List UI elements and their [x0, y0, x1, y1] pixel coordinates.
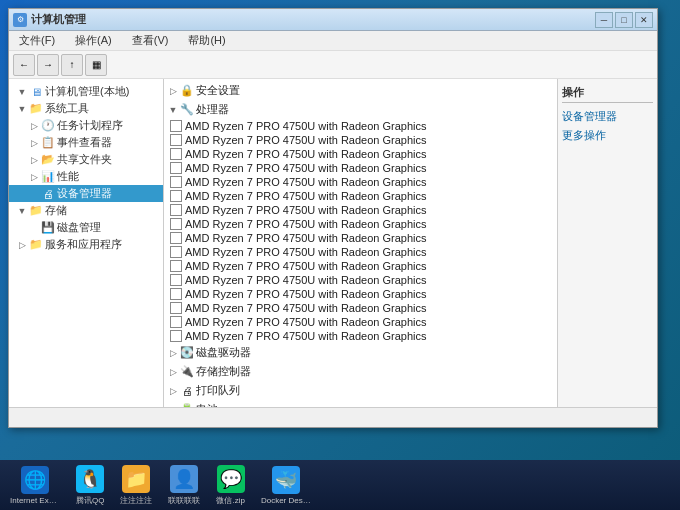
battery-header[interactable]: ▷ 🔋 电池 [164, 400, 557, 407]
processor-expand-icon: ▼ [168, 105, 178, 115]
tree-device-manager[interactable]: 🖨 设备管理器 [9, 185, 163, 202]
proc-label-7: AMD Ryzen 7 PRO 4750U with Radeon Graphi… [185, 218, 427, 230]
processor-icon: 🔧 [180, 103, 194, 117]
proc-checkbox-5 [170, 190, 182, 202]
tree-performance[interactable]: ▷ 📊 性能 [9, 168, 163, 185]
system-tools-label: 系统工具 [45, 101, 89, 116]
ie-label: Internet Explorer [10, 496, 60, 505]
folder-tb-icon: 📁 [122, 465, 150, 493]
security-expand-icon: ▷ [168, 86, 178, 96]
taskbar-ie[interactable]: 🌐 Internet Explorer [4, 464, 66, 507]
storage-ctrl-header[interactable]: ▷ 🔌 存储控制器 [164, 362, 557, 381]
tree-task-scheduler[interactable]: ▷ 🕐 任务计划程序 [9, 117, 163, 134]
proc-item-2[interactable]: AMD Ryzen 7 PRO 4750U with Radeon Graphi… [164, 147, 557, 161]
proc-checkbox-0 [170, 120, 182, 132]
menu-action[interactable]: 操作(A) [69, 31, 118, 50]
storage-label: 存储 [45, 203, 67, 218]
proc-label-10: AMD Ryzen 7 PRO 4750U with Radeon Graphi… [185, 260, 427, 272]
taskbar-docker[interactable]: 🐳 Docker Desktop [255, 464, 317, 507]
computer-management-window: ⚙ 计算机管理 ─ □ ✕ 文件(F) 操作(A) 查看(V) 帮助(H) ← … [8, 8, 658, 428]
taskbar-user[interactable]: 👤 联联联联 [162, 463, 206, 508]
tree-system-tools[interactable]: ▼ 📁 系统工具 [9, 100, 163, 117]
proc-item-8[interactable]: AMD Ryzen 7 PRO 4750U with Radeon Graphi… [164, 231, 557, 245]
back-button[interactable]: ← [13, 54, 35, 76]
performance-icon: 📊 [41, 170, 55, 184]
docker-icon: 🐳 [272, 466, 300, 494]
disk-icon: 💾 [41, 221, 55, 235]
menu-file[interactable]: 文件(F) [13, 31, 61, 50]
security-settings-header[interactable]: ▷ 🔒 安全设置 [164, 81, 557, 100]
shared-folders-label: 共享文件夹 [57, 152, 112, 167]
tree-storage[interactable]: ▼ 📁 存储 [9, 202, 163, 219]
tree-disk-management[interactable]: 💾 磁盘管理 [9, 219, 163, 236]
proc-label-14: AMD Ryzen 7 PRO 4750U with Radeon Graphi… [185, 316, 427, 328]
print-queue-label: 打印队列 [196, 383, 240, 398]
proc-item-1[interactable]: AMD Ryzen 7 PRO 4750U with Radeon Graphi… [164, 133, 557, 147]
proc-checkbox-7 [170, 218, 182, 230]
minimize-button[interactable]: ─ [595, 12, 613, 28]
proc-item-13[interactable]: AMD Ryzen 7 PRO 4750U with Radeon Graphi… [164, 301, 557, 315]
left-panel: ▼ 🖥 计算机管理(本地) ▼ 📁 系统工具 ▷ 🕐 任务计划程序 ▷ 📋 [9, 79, 164, 407]
folder-icon-2: 📂 [41, 153, 55, 167]
tree-root[interactable]: ▼ 🖥 计算机管理(本地) [9, 83, 163, 100]
action-device-manager[interactable]: 设备管理器 [562, 107, 653, 126]
proc-item-15[interactable]: AMD Ryzen 7 PRO 4750U with Radeon Graphi… [164, 329, 557, 343]
device-manager-label: 设备管理器 [57, 186, 112, 201]
print-queue-header[interactable]: ▷ 🖨 打印队列 [164, 381, 557, 400]
proc-item-11[interactable]: AMD Ryzen 7 PRO 4750U with Radeon Graphi… [164, 273, 557, 287]
forward-button[interactable]: → [37, 54, 59, 76]
proc-item-12[interactable]: AMD Ryzen 7 PRO 4750U with Radeon Graphi… [164, 287, 557, 301]
proc-item-0[interactable]: AMD Ryzen 7 PRO 4750U with Radeon Graphi… [164, 119, 557, 133]
action-more[interactable]: 更多操作 [562, 126, 653, 145]
proc-label-3: AMD Ryzen 7 PRO 4750U with Radeon Graphi… [185, 162, 427, 174]
proc-item-7[interactable]: AMD Ryzen 7 PRO 4750U with Radeon Graphi… [164, 217, 557, 231]
menu-view[interactable]: 查看(V) [126, 31, 175, 50]
taskbar-qq[interactable]: 🐧 腾讯QQ [70, 463, 110, 508]
proc-checkbox-11 [170, 274, 182, 286]
qq-label: 腾讯QQ [76, 495, 104, 506]
tree-event-viewer[interactable]: ▷ 📋 事件查看器 [9, 134, 163, 151]
proc-checkbox-6 [170, 204, 182, 216]
expand-icon-4: ▷ [29, 138, 39, 148]
proc-item-3[interactable]: AMD Ryzen 7 PRO 4750U with Radeon Graphi… [164, 161, 557, 175]
disk-driver-header[interactable]: ▷ 💽 磁盘驱动器 [164, 343, 557, 362]
storage-ctrl-icon: 🔌 [180, 365, 194, 379]
expand-icon-10: ▷ [17, 240, 27, 250]
scheduler-icon: 🕐 [41, 119, 55, 133]
expand-icon-8: ▼ [17, 206, 27, 216]
taskbar-folder[interactable]: 📁 注注注注 [114, 463, 158, 508]
main-content: ▼ 🖥 计算机管理(本地) ▼ 📁 系统工具 ▷ 🕐 任务计划程序 ▷ 📋 [9, 79, 657, 407]
processor-label: 处理器 [196, 102, 229, 117]
window-title: 计算机管理 [31, 12, 86, 27]
ie-icon: 🌐 [21, 466, 49, 494]
proc-item-9[interactable]: AMD Ryzen 7 PRO 4750U with Radeon Graphi… [164, 245, 557, 259]
proc-label-6: AMD Ryzen 7 PRO 4750U with Radeon Graphi… [185, 204, 427, 216]
proc-checkbox-8 [170, 232, 182, 244]
menu-help[interactable]: 帮助(H) [182, 31, 231, 50]
actions-panel: 操作 设备管理器 更多操作 [557, 79, 657, 407]
view-button[interactable]: ▦ [85, 54, 107, 76]
tree-services[interactable]: ▷ 📁 服务和应用程序 [9, 236, 163, 253]
proc-item-14[interactable]: AMD Ryzen 7 PRO 4750U with Radeon Graphi… [164, 315, 557, 329]
task-scheduler-label: 任务计划程序 [57, 118, 123, 133]
disk-driver-icon: 💽 [180, 346, 194, 360]
tree-shared-folders[interactable]: ▷ 📂 共享文件夹 [9, 151, 163, 168]
processor-header[interactable]: ▼ 🔧 处理器 [164, 100, 557, 119]
disk-expand-icon: ▷ [168, 348, 178, 358]
up-button[interactable]: ↑ [61, 54, 83, 76]
proc-item-6[interactable]: AMD Ryzen 7 PRO 4750U with Radeon Graphi… [164, 203, 557, 217]
docker-label: Docker Desktop [261, 496, 311, 505]
proc-item-5[interactable]: AMD Ryzen 7 PRO 4750U with Radeon Graphi… [164, 189, 557, 203]
proc-item-10[interactable]: AMD Ryzen 7 PRO 4750U with Radeon Graphi… [164, 259, 557, 273]
close-button[interactable]: ✕ [635, 12, 653, 28]
taskbar-wechat[interactable]: 💬 微信.zip [210, 463, 250, 508]
wechat-label: 微信.zip [216, 495, 244, 506]
proc-item-4[interactable]: AMD Ryzen 7 PRO 4750U with Radeon Graphi… [164, 175, 557, 189]
title-bar-left: ⚙ 计算机管理 [13, 12, 86, 27]
qq-icon: 🐧 [76, 465, 104, 493]
window-icon: ⚙ [13, 13, 27, 27]
maximize-button[interactable]: □ [615, 12, 633, 28]
folder-icon-3: 📁 [29, 204, 43, 218]
root-label: 计算机管理(本地) [45, 84, 129, 99]
toolbar: ← → ↑ ▦ [9, 51, 657, 79]
